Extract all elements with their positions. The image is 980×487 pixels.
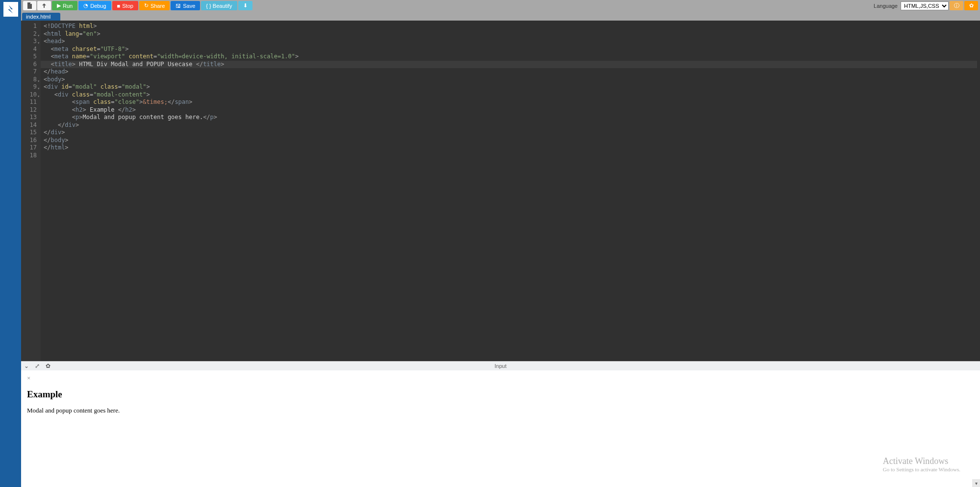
beautify-label: { } Beautify: [206, 3, 232, 9]
language-label: Language: [874, 3, 898, 9]
output-label: Input: [495, 363, 506, 369]
share-icon: ↻: [144, 2, 149, 9]
output-toolbar: ⌄ ⤢ ✿ Input: [21, 361, 980, 370]
language-select[interactable]: HTML,JS,CSS: [901, 1, 949, 10]
stop-button[interactable]: ■ Stop: [112, 1, 138, 10]
run-button[interactable]: ▶ Run: [52, 1, 77, 10]
output-heading: Example: [27, 389, 974, 400]
windows-watermark: Activate Windows Go to Settings to activ…: [883, 456, 960, 472]
info-icon: ⓘ: [954, 2, 959, 9]
share-label: Share: [151, 3, 165, 9]
editor-tabs: index.html: [21, 11, 980, 21]
output-paragraph: Modal and popup content goes here.: [27, 407, 974, 414]
settings-button[interactable]: ✿: [964, 1, 978, 10]
tab-label: index.html: [26, 14, 50, 20]
watermark-title: Activate Windows: [883, 456, 960, 466]
new-file-button[interactable]: [23, 1, 36, 10]
scroll-down-icon[interactable]: ▾: [972, 479, 980, 487]
share-button[interactable]: ↻ Share: [139, 1, 170, 10]
stop-icon: ■: [117, 3, 121, 9]
debug-button[interactable]: ◔ Debug: [78, 1, 111, 10]
chevron-down-icon[interactable]: ⌄: [24, 363, 29, 369]
debug-label: Debug: [90, 3, 106, 9]
info-button[interactable]: ⓘ: [950, 1, 963, 10]
run-label: Run: [63, 3, 73, 9]
watermark-sub: Go to Settings to activate Windows.: [883, 466, 960, 472]
save-button[interactable]: 🖫 Save: [171, 1, 200, 10]
save-label: Save: [183, 3, 195, 9]
play-icon: ▶: [57, 2, 61, 9]
logo-icon[interactable]: [3, 2, 18, 17]
output-pane: × Example Modal and popup content goes h…: [21, 370, 980, 487]
tab-index-html[interactable]: index.html: [22, 13, 60, 21]
upload-button[interactable]: [37, 1, 51, 10]
save-icon: 🖫: [176, 3, 181, 9]
beautify-button[interactable]: { } Beautify: [201, 1, 237, 10]
toolbar: ▶ Run ◔ Debug ■ Stop ↻ Share 🖫 Save { } …: [21, 0, 980, 11]
code-editor[interactable]: 12▾3▾45678▾9▾10▾1112131415161718 <!DOCTY…: [21, 21, 980, 361]
left-sidebar: [0, 0, 21, 487]
code-area[interactable]: <!DOCTYPE html><html lang="en"><head> <m…: [41, 21, 980, 361]
stop-label: Stop: [122, 3, 133, 9]
gear-icon: ✿: [969, 2, 974, 9]
clock-icon: ◔: [83, 2, 88, 9]
expand-icon[interactable]: ⤢: [35, 363, 40, 369]
close-icon[interactable]: ×: [27, 374, 974, 382]
download-icon: ⬇: [243, 2, 248, 9]
download-button[interactable]: ⬇: [238, 1, 252, 10]
line-gutter: 12▾3▾45678▾9▾10▾1112131415161718: [21, 21, 41, 361]
gear-icon[interactable]: ✿: [46, 363, 50, 369]
